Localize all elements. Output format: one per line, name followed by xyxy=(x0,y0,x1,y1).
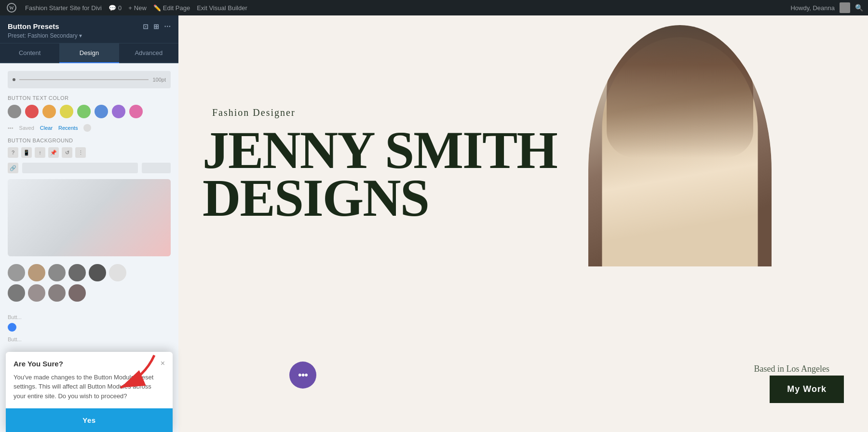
yes-button[interactable]: Yes xyxy=(6,408,173,432)
swatch-sm-10[interactable] xyxy=(68,284,86,302)
canvas-hero: Fashion Designer JENNY SMITH DESIGNS Bas… xyxy=(178,15,868,432)
purple-dots-button[interactable]: ••• xyxy=(289,362,316,389)
comments-count[interactable]: 💬 0 xyxy=(108,4,122,12)
swatch-sm-8[interactable] xyxy=(28,284,45,302)
clear-button[interactable]: Clear xyxy=(40,125,53,131)
more-options-icon[interactable]: ⋮ xyxy=(75,147,86,158)
hero-title: JENNY SMITH DESIGNS xyxy=(203,126,844,222)
arrow-up-icon[interactable]: ↑ xyxy=(35,147,45,158)
cta-button[interactable]: My Work xyxy=(770,376,844,403)
admin-bar: W Fashion Starter Site for Divi 💬 0 + Ne… xyxy=(0,0,868,15)
left-panel: Button Presets ⊡ ⊞ ⋯ Preset: Fashion Sec… xyxy=(0,15,178,432)
link-icon[interactable]: 🔗 xyxy=(8,163,18,173)
text-color-swatches xyxy=(8,105,171,118)
dialog-title: Are You Sure? xyxy=(14,360,63,368)
user-avatar[interactable] xyxy=(840,2,850,13)
dialog-close-button[interactable]: × xyxy=(161,360,165,367)
panel-title-icons: ⊡ ⊞ ⋯ xyxy=(143,23,171,30)
panel-title: Button Presets ⊡ ⊞ ⋯ xyxy=(8,22,171,30)
pin-icon[interactable]: 📌 xyxy=(48,147,59,158)
swatch-sm-6[interactable] xyxy=(109,264,126,281)
button-text-color-label: Button Text Color xyxy=(8,95,171,101)
howdy-label: Howdy, Deanna xyxy=(790,4,835,12)
swatch-sm-1[interactable] xyxy=(8,264,25,281)
panel-header: Button Presets ⊡ ⊞ ⋯ Preset: Fashion Sec… xyxy=(0,15,178,43)
mobile-icon[interactable]: 📱 xyxy=(21,147,32,158)
edit-page-button[interactable]: ✏️ Edit Page xyxy=(153,4,190,12)
tab-design[interactable]: Design xyxy=(59,43,119,63)
tab-advanced[interactable]: Advanced xyxy=(119,43,178,63)
dots-icon: ••• xyxy=(298,369,308,381)
dialog-footer: Yes xyxy=(6,408,173,432)
swatch-sm-2[interactable] xyxy=(28,264,45,281)
swatch-sm-7[interactable] xyxy=(8,284,25,302)
search-icon[interactable]: 🔍 xyxy=(855,4,863,12)
columns-icon[interactable]: ⊞ xyxy=(153,23,159,30)
swatch-blue[interactable] xyxy=(95,105,108,118)
swatch-green[interactable] xyxy=(77,105,91,118)
butt-label-1: Butt... xyxy=(8,314,171,320)
bg-controls: ? 📱 ↑ 📌 ↺ ⋮ xyxy=(8,147,171,158)
swatch-pink[interactable] xyxy=(129,105,143,118)
new-button[interactable]: + New xyxy=(128,4,147,12)
more-icon[interactable]: ⋯ xyxy=(164,23,171,30)
swatch-sm-5[interactable] xyxy=(89,264,106,281)
saved-bar: ••• Saved Clear Recents xyxy=(8,124,171,132)
swatch-sm-4[interactable] xyxy=(68,264,86,281)
dialog-body: You've made changes to the Button Module… xyxy=(14,373,165,401)
hero-subtitle: Fashion Designer xyxy=(212,107,296,118)
svg-text:W: W xyxy=(9,5,14,11)
recents-button[interactable]: Recents xyxy=(58,125,78,131)
tab-content[interactable]: Content xyxy=(0,43,59,63)
clear-icon[interactable] xyxy=(83,124,91,132)
swatch-row-1 xyxy=(8,264,171,281)
swatch-orange[interactable] xyxy=(42,105,56,118)
undo-icon[interactable]: ↺ xyxy=(62,147,72,158)
site-name[interactable]: Fashion Starter Site for Divi xyxy=(25,4,102,12)
dialog-header: Are You Sure? × xyxy=(14,360,165,368)
swatch-red[interactable] xyxy=(25,105,39,118)
exit-builder-button[interactable]: Exit Visual Builder xyxy=(197,4,247,12)
color-preview xyxy=(8,179,171,256)
swatch-sm-9[interactable] xyxy=(48,284,66,302)
wp-logo-icon[interactable]: W xyxy=(5,1,18,14)
main-canvas: Fashion Designer JENNY SMITH DESIGNS Bas… xyxy=(178,15,868,432)
swatch-purple[interactable] xyxy=(112,105,125,118)
swatch-yellow[interactable] xyxy=(60,105,73,118)
swatch-sm-3[interactable] xyxy=(48,264,66,281)
swatch-gray[interactable] xyxy=(8,105,21,118)
saved-label: Saved xyxy=(19,125,34,131)
butt-label-2: Butt... xyxy=(8,336,171,342)
hero-location: Based in Los Angeles xyxy=(754,364,829,374)
button-bg-label: Button Background xyxy=(8,138,171,143)
preset-selector[interactable]: Preset: Fashion Secondary ▾ xyxy=(8,32,171,39)
expand-icon[interactable]: ⊡ xyxy=(143,23,149,30)
swatch-row-2 xyxy=(8,284,171,302)
are-you-sure-dialog: Are You Sure? × You've made changes to t… xyxy=(6,352,173,432)
dialog-overlay: Are You Sure? × You've made changes to t… xyxy=(0,352,178,432)
help-icon[interactable]: ? xyxy=(8,147,18,158)
panel-tabs: Content Design Advanced xyxy=(0,43,178,63)
